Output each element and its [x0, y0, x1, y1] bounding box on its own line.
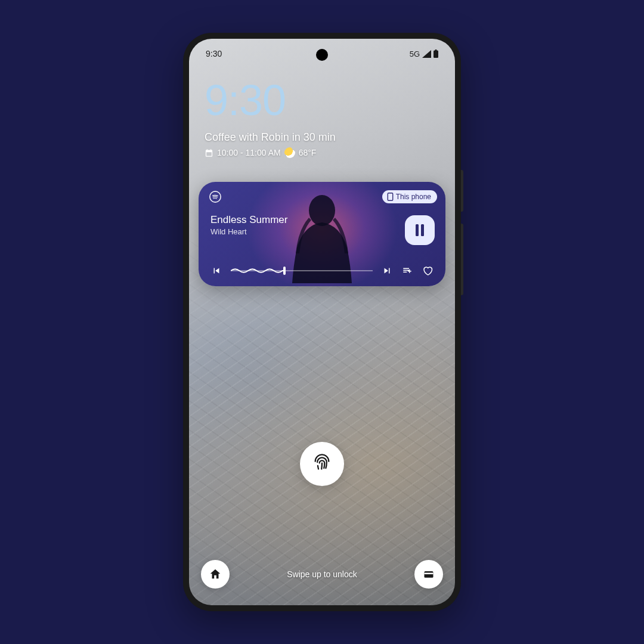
like-button[interactable] [422, 265, 434, 277]
output-device-chip[interactable]: This phone [382, 190, 437, 203]
svg-rect-0 [434, 51, 438, 58]
queue-button[interactable] [401, 265, 413, 277]
pause-icon [414, 224, 425, 236]
phone-icon [387, 193, 394, 201]
event-title: Coffee with Robin in 30 min [205, 131, 336, 144]
weather-icon [284, 147, 295, 158]
phone-frame: 9:30 5G 9:30 Coffee with Robin in 30 min… [183, 33, 461, 611]
calendar-icon [205, 148, 213, 157]
device-label: This phone [396, 193, 431, 201]
spotify-icon [209, 191, 221, 203]
svg-rect-8 [425, 573, 434, 575]
next-button[interactable] [381, 265, 393, 277]
network-label: 5G [410, 49, 420, 58]
svg-rect-7 [425, 571, 434, 578]
camera-cutout [316, 49, 328, 61]
home-icon [209, 568, 222, 581]
at-a-glance[interactable]: Coffee with Robin in 30 min 10:00 - 11:0… [205, 131, 336, 158]
svg-rect-6 [421, 224, 424, 236]
lock-clock: 9:30 [205, 76, 286, 125]
home-shortcut-button[interactable] [201, 560, 230, 589]
svg-rect-5 [416, 224, 419, 236]
wallet-icon [422, 568, 435, 580]
signal-icon [422, 50, 431, 58]
wallet-shortcut-button[interactable] [414, 560, 443, 589]
track-title: Endless Summer [210, 214, 287, 226]
event-time: 10:00 - 11:00 AM [217, 148, 281, 157]
unlock-hint: Swipe up to unlock [287, 569, 357, 579]
skip-previous-icon [211, 265, 222, 276]
progress-thumb[interactable] [283, 267, 286, 275]
heart-icon [422, 265, 434, 276]
fingerprint-icon [312, 454, 332, 474]
playlist-add-icon [401, 265, 413, 276]
play-pause-button[interactable] [405, 215, 435, 245]
progress-bar[interactable] [231, 265, 373, 277]
lock-screen[interactable]: 9:30 5G 9:30 Coffee with Robin in 30 min… [189, 39, 455, 605]
progress-played [231, 268, 284, 274]
svg-rect-4 [388, 193, 392, 201]
battery-icon [434, 49, 438, 58]
media-player-card[interactable]: This phone Endless Summer Wild Heart [199, 182, 445, 286]
fingerprint-button[interactable] [300, 442, 344, 486]
skip-next-icon [382, 265, 392, 276]
status-time: 9:30 [206, 49, 222, 58]
svg-rect-1 [435, 49, 437, 51]
track-artist: Wild Heart [210, 227, 287, 236]
previous-button[interactable] [210, 265, 222, 277]
event-temp: 68°F [299, 148, 317, 157]
